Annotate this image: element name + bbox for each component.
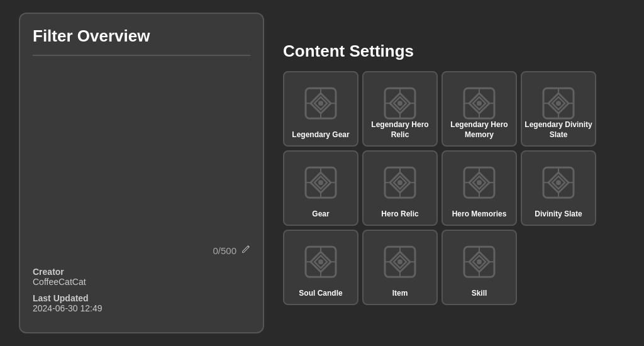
grid-item-legendary-gear[interactable]: Legendary Gear	[283, 71, 358, 147]
hero-memories-icon	[459, 162, 499, 205]
legendary-divinity-slate-label: Legendary Divinity Slate	[522, 120, 595, 140]
legendary-gear-icon	[301, 83, 341, 126]
item-icon	[380, 242, 420, 284]
svg-point-43	[556, 180, 561, 185]
grid-item-hero-memories[interactable]: Hero Memories	[441, 150, 517, 226]
svg-point-19	[556, 101, 561, 106]
divinity-slate-icon	[538, 162, 579, 205]
svg-point-49	[318, 259, 323, 264]
svg-point-37	[477, 180, 482, 185]
grid-item-skill[interactable]: Skill	[441, 230, 517, 305]
character-count-value: 0/500	[213, 245, 236, 256]
item-label: Item	[390, 289, 411, 299]
content-panel: Content Settings Legendary Gear Legendar…	[283, 42, 625, 305]
legendary-divinity-slate-icon	[538, 83, 579, 126]
last-updated-label: Last Updated	[33, 293, 250, 303]
grid-item-legendary-hero-memory[interactable]: Legendary Hero Memory	[441, 71, 517, 147]
legendary-hero-relic-label: Legendary Hero Relic	[364, 120, 436, 140]
legendary-hero-memory-icon	[459, 83, 499, 126]
grid-item-item[interactable]: Item	[362, 230, 438, 305]
legendary-gear-label: Legendary Gear	[289, 130, 352, 140]
legendary-hero-relic-icon	[380, 83, 420, 126]
grid-item-divinity-slate[interactable]: Divinity Slate	[521, 150, 596, 226]
creator-value: CoffeeCatCat	[33, 277, 250, 287]
grid-item-soul-candle[interactable]: Soul Candle	[283, 230, 358, 305]
grid-item-legendary-hero-relic[interactable]: Legendary Hero Relic	[362, 71, 438, 147]
soul-candle-label: Soul Candle	[296, 289, 345, 299]
svg-point-1	[318, 101, 323, 106]
svg-point-55	[397, 259, 402, 264]
skill-label: Skill	[469, 289, 490, 299]
grid-item-legendary-divinity-slate[interactable]: Legendary Divinity Slate	[521, 71, 596, 147]
filter-title: Filter Overview	[33, 26, 250, 56]
edit-icon[interactable]	[240, 245, 250, 257]
hero-relic-icon	[380, 162, 420, 205]
svg-point-7	[397, 101, 402, 106]
divinity-slate-label: Divinity Slate	[532, 209, 584, 220]
gear-label: Gear	[309, 209, 331, 220]
svg-point-61	[477, 259, 482, 264]
content-grid: Legendary Gear Legendary Hero Relic Lege…	[283, 71, 625, 305]
soul-candle-icon	[301, 242, 341, 284]
creator-label: Creator	[33, 267, 250, 277]
last-updated-value: 2024-06-30 12:49	[33, 303, 250, 313]
hero-memories-label: Hero Memories	[450, 209, 509, 220]
hero-relic-label: Hero Relic	[379, 209, 421, 220]
legendary-hero-memory-label: Legendary Hero Memory	[443, 120, 516, 140]
filter-panel: Filter Overview 0/500 Creator CoffeeCatC…	[19, 13, 264, 333]
svg-point-13	[477, 101, 482, 106]
filter-footer: 0/500 Creator CoffeeCatCat Last Updated …	[33, 245, 250, 320]
svg-point-31	[397, 180, 402, 185]
content-settings-title: Content Settings	[283, 42, 625, 61]
gear-icon	[301, 162, 341, 205]
skill-icon	[459, 242, 499, 284]
svg-point-25	[318, 180, 323, 185]
grid-item-gear[interactable]: Gear	[283, 150, 358, 226]
grid-item-hero-relic[interactable]: Hero Relic	[362, 150, 438, 226]
character-count: 0/500	[33, 245, 250, 257]
